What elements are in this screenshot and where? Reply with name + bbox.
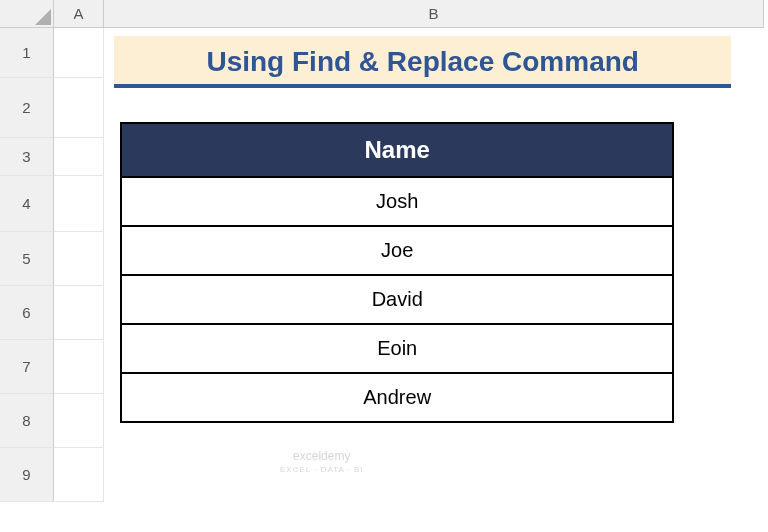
row-header-8[interactable]: 8: [0, 394, 54, 448]
svg-marker-0: [35, 9, 51, 25]
table-row[interactable]: Josh: [121, 177, 673, 226]
spreadsheet-grid: A B 1 Using Find & Replace Command Name …: [0, 0, 768, 502]
cell-a7[interactable]: [54, 340, 104, 394]
row-header-1[interactable]: 1: [0, 28, 54, 78]
names-table: Name Josh Joe David Eoin Andrew: [120, 122, 674, 423]
select-all-corner[interactable]: [0, 0, 54, 28]
table-row[interactable]: Eoin: [121, 324, 673, 373]
cell-a1[interactable]: [54, 28, 104, 78]
row-header-5[interactable]: 5: [0, 232, 54, 286]
table-row[interactable]: David: [121, 275, 673, 324]
row-header-7[interactable]: 7: [0, 340, 54, 394]
select-all-triangle-icon: [35, 9, 51, 25]
table-row[interactable]: Andrew: [121, 373, 673, 422]
cell-a3[interactable]: [54, 138, 104, 176]
row-header-9[interactable]: 9: [0, 448, 54, 502]
content-region: Using Find & Replace Command Name Josh J…: [104, 28, 764, 502]
cell-name-1[interactable]: Joe: [121, 226, 673, 275]
row-header-3[interactable]: 3: [0, 138, 54, 176]
row-header-2[interactable]: 2: [0, 78, 54, 138]
cell-name-0[interactable]: Josh: [121, 177, 673, 226]
cell-name-3[interactable]: Eoin: [121, 324, 673, 373]
cell-a8[interactable]: [54, 394, 104, 448]
cell-name-2[interactable]: David: [121, 275, 673, 324]
column-header-a[interactable]: A: [54, 0, 104, 28]
cell-a4[interactable]: [54, 176, 104, 232]
cell-a6[interactable]: [54, 286, 104, 340]
cell-a9[interactable]: [54, 448, 104, 502]
row-header-4[interactable]: 4: [0, 176, 54, 232]
page-title: Using Find & Replace Command: [114, 36, 731, 88]
watermark-main: exceldemy: [293, 449, 350, 463]
table-header-name[interactable]: Name: [121, 123, 673, 177]
watermark: exceldemy EXCEL · DATA · BI: [280, 450, 364, 474]
cell-a2[interactable]: [54, 78, 104, 138]
column-header-b[interactable]: B: [104, 0, 764, 28]
row-header-6[interactable]: 6: [0, 286, 54, 340]
watermark-sub: EXCEL · DATA · BI: [280, 465, 364, 474]
cell-name-4[interactable]: Andrew: [121, 373, 673, 422]
table-row[interactable]: Joe: [121, 226, 673, 275]
cell-a5[interactable]: [54, 232, 104, 286]
